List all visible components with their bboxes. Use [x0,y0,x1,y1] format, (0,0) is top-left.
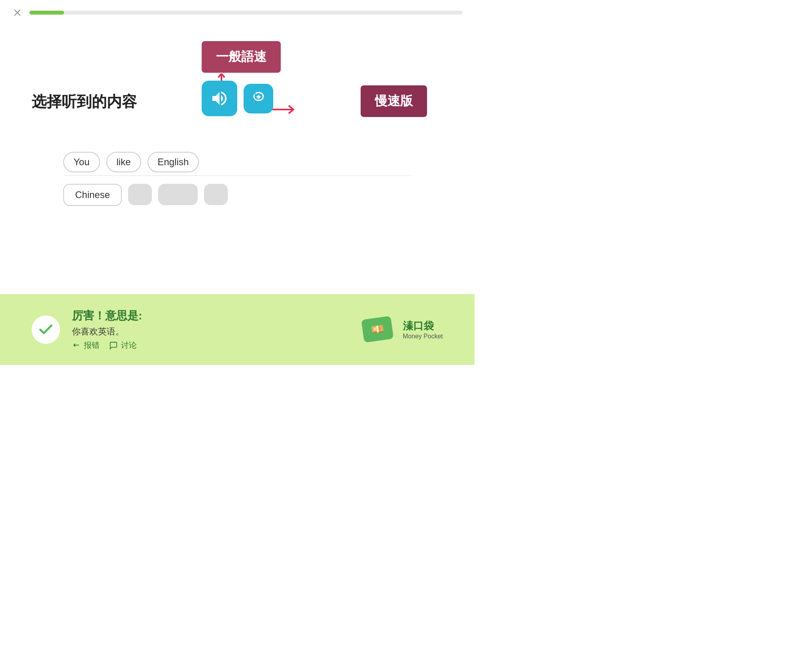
feedback-text-area: 厉害！意思是: 你喜欢英语。 报错 讨论 [72,308,142,351]
word-chip-like[interactable]: like [106,152,141,172]
word-chip-english[interactable]: English [147,152,199,172]
feedback-title: 厉害！意思是: [72,308,142,323]
discuss-label: 讨论 [121,340,137,351]
word-chip-you[interactable]: You [63,152,100,172]
close-button[interactable] [12,7,23,18]
answer-slot-2[interactable] [128,184,152,205]
report-link[interactable]: 报错 [72,340,100,351]
branding-name: 溱口袋 [403,319,443,333]
answer-slot-1[interactable]: Chinese [63,184,122,206]
progress-bar [29,11,463,15]
svg-point-3 [257,95,260,98]
answer-slots-row: Chinese [32,184,443,206]
feedback-subtitle: 你喜欢英语。 [72,326,142,338]
divider [63,176,411,176]
progress-fill [29,11,64,15]
report-label: 报错 [84,340,100,351]
branding-text-wrap: 溱口袋 Money Pocket [403,319,443,340]
play-audio-button[interactable] [202,81,237,116]
check-circle [32,315,60,344]
header [0,0,475,25]
slow-audio-button[interactable] [244,84,273,113]
branding-sub: Money Pocket [403,333,443,340]
normal-speed-tooltip: 一般語速 [202,41,281,73]
feedback-actions: 报错 讨论 [72,340,142,351]
branding-area: 💴 溱口袋 Money Pocket [363,316,443,344]
feedback-panel: 厉害！意思是: 你喜欢英语。 报错 讨论 💴 [0,294,475,365]
branding-icon-wrap: 💴 [363,316,398,344]
branding-icon: 💴 [361,316,393,343]
main-content: 选择听到的内容 一般語速 慢速版 [0,25,475,294]
feedback-left: 厉害！意思是: 你喜欢英语。 报错 讨论 [32,308,142,351]
answer-slot-4[interactable] [204,184,228,205]
slow-speed-tooltip: 慢速版 [361,85,427,117]
discuss-link[interactable]: 讨论 [109,340,137,351]
audio-buttons-group [202,81,273,116]
answer-slot-3[interactable] [158,184,198,205]
word-options-row: You like English [32,152,443,172]
annotation-area: 一般語速 慢速版 [32,41,443,152]
